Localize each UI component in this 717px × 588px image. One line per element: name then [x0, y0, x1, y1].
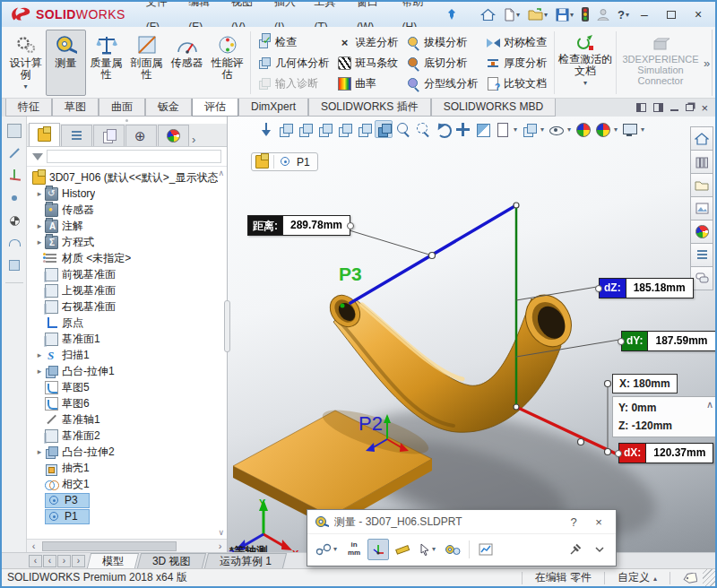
collapse-dialog-button[interactable]: [589, 539, 610, 560]
expand-arrow-icon[interactable]: ▸: [34, 238, 45, 246]
geometry-analysis-button[interactable]: 几何体分析: [254, 53, 333, 74]
collapse-coordinates-icon[interactable]: ∧: [706, 399, 713, 411]
tree-item-equations[interactable]: ▸方程式: [27, 234, 227, 250]
panel-tabs-overflow[interactable]: ›: [192, 133, 195, 146]
file-explorer-icon[interactable]: [690, 173, 713, 197]
tree-root[interactable]: 3D07_H06 (默认<<默认>_显示状态: [27, 169, 227, 186]
measure-history-button[interactable]: [442, 539, 463, 560]
save-button[interactable]: ▾: [554, 7, 575, 22]
tab-dimxpert-manager[interactable]: [125, 125, 157, 146]
view-left-icon[interactable]: [315, 120, 333, 138]
tab-sheet-metal[interactable]: 钣金: [145, 99, 192, 117]
units-precision-button[interactable]: inmm: [343, 539, 365, 560]
tree-item-p3[interactable]: P3: [27, 492, 227, 508]
status-units-selector[interactable]: 自定义▴: [612, 570, 662, 585]
tree-item-shell1[interactable]: 抽壳1: [27, 460, 227, 476]
tab-dimxpert[interactable]: DimXpert: [238, 99, 308, 117]
tab-motion-study[interactable]: 运动算例 1: [204, 553, 287, 568]
new-document-button[interactable]: ▾: [502, 7, 522, 22]
tab-solidworks-mbd[interactable]: SOLIDWORKS MBD: [431, 99, 556, 117]
caret-down-icon[interactable]: ▾: [641, 125, 644, 134]
mate-reference-icon[interactable]: [7, 236, 22, 250]
close-document-icon[interactable]: ×: [701, 102, 708, 114]
parting-line-analysis-button[interactable]: 分型线分析: [402, 74, 482, 94]
view-right-icon[interactable]: [335, 120, 353, 138]
resize-grip[interactable]: [703, 569, 715, 586]
next-tab-icon[interactable]: ›: [57, 555, 71, 567]
measure-dialog-titlebar[interactable]: 测量 - 3D07_H06.SLDPRT ? ×: [307, 510, 616, 533]
tree-scroll-down[interactable]: ∨: [218, 528, 224, 537]
dialog-close-button[interactable]: ×: [589, 515, 609, 529]
first-tab-icon[interactable]: ‹: [29, 555, 42, 567]
tree-item-sketch6[interactable]: 草图6: [27, 395, 227, 411]
deviation-analysis-button[interactable]: ×误差分析: [333, 32, 402, 53]
dialog-help-button[interactable]: ?: [564, 515, 583, 529]
symmetry-check-button[interactable]: 对称检查: [482, 32, 551, 53]
caret-down-icon[interactable]: ▾: [544, 11, 548, 19]
tab-feature-manager[interactable]: [29, 123, 60, 146]
view-palette-icon[interactable]: [690, 196, 713, 220]
design-study-button[interactable]: 设计算例 ▾: [5, 30, 46, 96]
tree-item-p1[interactable]: P1: [27, 508, 227, 524]
rebuild-button[interactable]: [580, 6, 591, 22]
tree-item-sensors[interactable]: 传感器: [27, 202, 227, 218]
section-view-icon[interactable]: [473, 120, 491, 138]
expand-arrow-icon[interactable]: ▸: [34, 189, 45, 198]
coordinate-system-icon[interactable]: [7, 169, 22, 183]
caret-down-icon[interactable]: ▾: [567, 125, 571, 134]
distance-callout[interactable]: 距离: 289.78mm: [247, 215, 350, 236]
expand-arrow-icon[interactable]: ▸: [34, 221, 45, 230]
sensors-button[interactable]: 传感器: [167, 30, 207, 96]
measure-button[interactable]: 测量: [46, 30, 86, 96]
tree-item-origin[interactable]: 原点: [27, 315, 227, 331]
section-properties-button[interactable]: 剖面属性: [126, 30, 167, 96]
tube-body[interactable]: [324, 287, 580, 432]
dz-callout[interactable]: dZ: 185.18mm: [599, 278, 694, 298]
xyz-coordinates-callout[interactable]: X: 180mm Y: 0mm Z: -120mm ∧: [612, 374, 715, 437]
forum-comments-icon[interactable]: [690, 266, 713, 290]
attachment-icon[interactable]: [7, 258, 22, 272]
expand-arrow-icon[interactable]: ▸: [34, 350, 45, 359]
previous-view-icon[interactable]: [256, 120, 274, 138]
check-active-document-button[interactable]: 检查激活的文档 ▾: [557, 30, 613, 96]
scroll-right-icon[interactable]: ›: [213, 540, 227, 552]
create-sensor-button[interactable]: [475, 539, 497, 560]
tree-item-plane2[interactable]: 基准面2: [27, 428, 227, 444]
tree-item-top-plane[interactable]: 上视基准面: [27, 282, 227, 298]
tab-solidworks-addins[interactable]: SOLIDWORKS 插件: [308, 99, 431, 117]
tree-item-axis1[interactable]: 基准轴1: [27, 411, 227, 428]
view-top-icon[interactable]: [355, 120, 373, 138]
zebra-stripes-button[interactable]: 斑马条纹: [333, 53, 402, 74]
prev-tab-icon[interactable]: ‹: [43, 555, 56, 567]
view-orientation-icon[interactable]: [375, 120, 393, 138]
tree-horizontal-scrollbar[interactable]: ‹ ›: [27, 539, 227, 552]
tag-icon[interactable]: [678, 573, 703, 584]
tree-item-annotations[interactable]: ▸注解: [27, 218, 227, 234]
reference-plane-icon[interactable]: [7, 124, 22, 138]
dock-pane-left-icon[interactable]: [636, 103, 646, 112]
user-account-button[interactable]: [595, 7, 611, 22]
caret-down-icon[interactable]: ▾: [516, 11, 520, 19]
pin-dialog-button[interactable]: [565, 539, 586, 560]
rotate-view-icon[interactable]: [434, 120, 452, 138]
custom-properties-icon[interactable]: [690, 243, 713, 267]
caret-down-icon[interactable]: ▾: [23, 81, 27, 92]
tab-surfaces[interactable]: 曲面: [99, 99, 145, 117]
caret-down-icon[interactable]: ▾: [514, 125, 517, 134]
filter-input[interactable]: [47, 150, 221, 163]
caret-down-icon[interactable]: ▾: [333, 545, 337, 553]
zoom-fit-icon[interactable]: [394, 120, 412, 138]
tab-configuration-manager[interactable]: [93, 125, 125, 146]
dy-callout[interactable]: dY: 187.59mm: [621, 331, 715, 351]
tree-scroll-up[interactable]: ∧: [218, 169, 224, 177]
compare-documents-button[interactable]: 比较文档: [482, 74, 551, 94]
undercut-analysis-button[interactable]: 底切分析: [402, 53, 482, 74]
maximize-button[interactable]: [658, 4, 685, 25]
tree-item-boss-extrude2[interactable]: ▸凸台-拉伸2: [27, 444, 227, 460]
check-button[interactable]: 检查: [254, 32, 333, 53]
tab-property-manager[interactable]: [61, 125, 92, 146]
projection-measure-button[interactable]: [392, 539, 413, 560]
minimize-document-icon[interactable]: [670, 109, 678, 111]
tree-item-right-plane[interactable]: 右视基准面: [27, 298, 227, 315]
view-display-icon[interactable]: [620, 120, 638, 138]
